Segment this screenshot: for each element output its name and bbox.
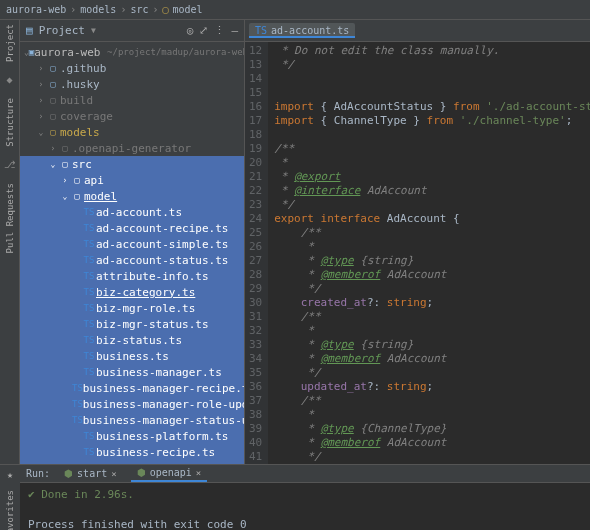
star-icon[interactable]: ★ — [7, 469, 13, 480]
tree-row[interactable]: TSbusiness-recipe.ts — [20, 444, 244, 460]
hide-icon[interactable]: — — [231, 24, 238, 37]
chevron-right-icon[interactable]: › — [36, 112, 46, 121]
run-tab-label: start — [77, 468, 107, 479]
tree-row[interactable]: TSad-account-recipe.ts — [20, 220, 244, 236]
tree-label: .openapi-generator — [72, 142, 191, 155]
tree-row[interactable]: ›▢coverage — [20, 108, 244, 124]
project-pane-header: ▤ Project ▼ ◎ ⤢ ⋮ — — [20, 20, 244, 42]
run-tab-start[interactable]: ⬢ start × — [58, 466, 123, 481]
ts-file-icon: TS — [82, 431, 96, 441]
tree-row[interactable]: TSbusiness-platform.ts — [20, 428, 244, 444]
branch-icon[interactable]: ⎇ — [4, 159, 16, 171]
tree-label: ad-account.ts — [96, 206, 182, 219]
ts-file-icon: TS — [82, 351, 96, 361]
target-icon[interactable]: ◎ — [187, 24, 194, 37]
chevron-right-icon[interactable]: › — [36, 80, 46, 89]
dropdown-icon[interactable]: ▼ — [91, 26, 96, 35]
chevron-right-icon[interactable]: › — [36, 64, 46, 73]
code-area[interactable]: * Do not edit the class manually. */ imp… — [268, 42, 590, 464]
folder-icon: ▢ — [70, 191, 84, 201]
tree-row[interactable]: ›▢.husky — [20, 76, 244, 92]
ts-file-icon: TS — [72, 399, 83, 409]
tree-row[interactable]: ›▢build — [20, 92, 244, 108]
tree-row[interactable]: ›▢.github — [20, 60, 244, 76]
ts-file-icon: TS — [82, 207, 96, 217]
breadcrumb-sep: › — [120, 4, 126, 15]
chevron-right-icon[interactable]: › — [48, 144, 58, 153]
tree-label: business-manager-status-update.ts — [83, 414, 244, 427]
close-icon[interactable]: × — [111, 469, 116, 479]
ts-file-icon: TS — [82, 287, 96, 297]
folder-icon: ▤ — [26, 24, 33, 37]
tree-label: models — [60, 126, 100, 139]
breadcrumb-part[interactable]: model — [173, 4, 203, 15]
tool-tab-favorites[interactable]: Favorites — [5, 490, 15, 530]
tree-label: model — [84, 190, 117, 203]
run-output[interactable]: ✔ Done in 2.96s. Process finished with e… — [20, 483, 590, 530]
tree-root[interactable]: ⌄ ▣ aurora-web ~/project/madup/aurora-we… — [20, 44, 244, 60]
tree-label: ad-account-simple.ts — [96, 238, 228, 251]
breadcrumb-part[interactable]: aurora-web — [6, 4, 66, 15]
folder-icon: ▢ — [46, 95, 60, 105]
tree-row[interactable]: TSbusiness-manager-role-update.ts — [20, 396, 244, 412]
tree-row[interactable]: ⌄▢models — [20, 124, 244, 140]
git-icon[interactable]: ◆ — [4, 74, 16, 86]
breadcrumb-sep: › — [152, 4, 158, 15]
tree-row[interactable]: TSbiz-status.ts — [20, 332, 244, 348]
settings-icon[interactable]: ⋮ — [214, 24, 225, 37]
ts-file-icon: TS — [255, 25, 267, 36]
tree-row[interactable]: TSad-account.ts — [20, 204, 244, 220]
tree-row[interactable]: TSbusiness-manager.ts — [20, 364, 244, 380]
project-tree[interactable]: ⌄ ▣ aurora-web ~/project/madup/aurora-we… — [20, 42, 244, 464]
ts-file-icon: TS — [82, 239, 96, 249]
folder-icon: ▢ — [46, 79, 60, 89]
tree-row[interactable]: TSad-account-simple.ts — [20, 236, 244, 252]
tree-label: src — [72, 158, 92, 171]
tree-row[interactable]: ⌄▢model — [20, 188, 244, 204]
tree-row[interactable]: TSad-account-status.ts — [20, 252, 244, 268]
tree-row[interactable]: TSbiz-category.ts — [20, 284, 244, 300]
project-pane-title[interactable]: Project — [39, 24, 85, 37]
breadcrumb-part[interactable]: models — [80, 4, 116, 15]
tree-row[interactable]: ›▢.openapi-generator — [20, 140, 244, 156]
chevron-down-icon[interactable]: ⌄ — [36, 128, 46, 137]
run-pane: ★ Favorites Run: ⬢ start × ⬢ openapi × ✔… — [0, 464, 590, 530]
editor-tab[interactable]: TS ad-account.ts — [249, 23, 355, 38]
tree-label: ad-account-status.ts — [96, 254, 228, 267]
run-left-gutter: ★ Favorites — [0, 465, 20, 530]
tree-row[interactable]: TSbusiness.ts — [20, 348, 244, 364]
ts-file-icon: TS — [82, 335, 96, 345]
tree-row[interactable]: TSbusiness-manager-recipe.ts — [20, 380, 244, 396]
close-icon[interactable]: × — [196, 468, 201, 478]
expand-icon[interactable]: ⤢ — [199, 24, 208, 37]
tree-row[interactable]: ›▢api — [20, 172, 244, 188]
tree-row[interactable]: TSbiz-mgr-status.ts — [20, 316, 244, 332]
line-gutter: 1213141516171819202122232425262728293031… — [245, 42, 268, 464]
editor-body[interactable]: 1213141516171819202122232425262728293031… — [245, 42, 590, 464]
tree-label: .github — [60, 62, 106, 75]
chevron-down-icon[interactable]: ⌄ — [48, 160, 58, 169]
ts-file-icon: TS — [82, 447, 96, 457]
tool-tab-structure[interactable]: Structure — [5, 98, 15, 147]
chevron-right-icon[interactable]: › — [36, 96, 46, 105]
editor-tab-label: ad-account.ts — [271, 25, 349, 36]
tree-label: .husky — [60, 78, 100, 91]
nodejs-icon: ⬢ — [137, 467, 146, 478]
folder-icon: ▢ — [46, 127, 60, 137]
tree-row[interactable]: TSbusiness-manager-status-update.ts — [20, 412, 244, 428]
ts-file-icon: TS — [82, 223, 96, 233]
tree-row[interactable]: TSbiz-mgr-role.ts — [20, 300, 244, 316]
nodejs-icon: ⬢ — [64, 468, 73, 479]
run-tab-openapi[interactable]: ⬢ openapi × — [131, 465, 208, 482]
tree-label: biz-mgr-role.ts — [96, 302, 195, 315]
tool-tab-pull-requests[interactable]: Pull Requests — [5, 183, 15, 253]
chevron-down-icon[interactable]: ⌄ — [60, 192, 70, 201]
tool-tab-project[interactable]: Project — [5, 24, 15, 62]
tree-label: biz-mgr-status.ts — [96, 318, 209, 331]
chevron-right-icon[interactable]: › — [60, 176, 70, 185]
tree-label: business-recipe.ts — [96, 446, 215, 459]
breadcrumb-part[interactable]: src — [130, 4, 148, 15]
tree-row[interactable]: TSattribute-info.ts — [20, 268, 244, 284]
tree-row[interactable]: ⌄▢src — [20, 156, 244, 172]
tree-label: business-manager-role-update.ts — [83, 398, 244, 411]
